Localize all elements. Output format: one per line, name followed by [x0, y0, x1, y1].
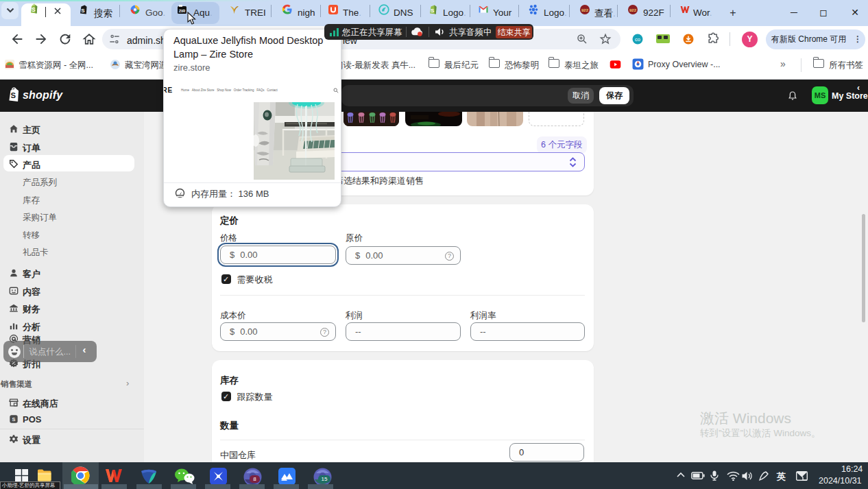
- svg-text:S: S: [12, 416, 16, 422]
- svg-text:ZIR: ZIR: [179, 9, 186, 13]
- svg-text:S: S: [431, 8, 435, 14]
- svg-text:922: 922: [581, 8, 589, 12]
- svg-text:S: S: [11, 91, 16, 99]
- svg-text:co: co: [635, 36, 640, 43]
- svg-text:S: S: [32, 6, 36, 13]
- svg-text:922: 922: [629, 8, 637, 12]
- svg-text:S: S: [81, 8, 85, 14]
